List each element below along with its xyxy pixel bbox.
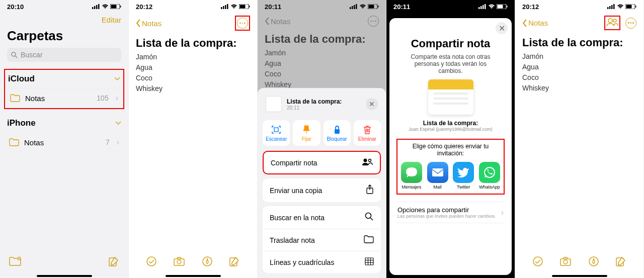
svg-rect-0	[92, 7, 94, 9]
more-button[interactable]	[625, 18, 636, 29]
status-bar: 20:11	[386, 0, 515, 12]
back-button[interactable]: Notas	[136, 19, 162, 28]
svg-point-37	[366, 213, 371, 219]
twitter-icon	[453, 162, 474, 183]
pin-button[interactable]: Fijar	[293, 120, 320, 146]
move-item[interactable]: Trasladar nota	[263, 229, 381, 251]
chevron-down-icon	[114, 77, 120, 81]
svg-rect-55	[611, 5, 613, 9]
scan-button[interactable]: Escanear	[263, 120, 290, 146]
battery-icon	[625, 3, 636, 11]
share-whatsapp[interactable]: WhatsApp	[478, 162, 501, 190]
note-body[interactable]: Jamón Agua Coco Whiskey	[136, 52, 250, 94]
status-icons	[221, 3, 250, 11]
wifi-icon	[230, 3, 237, 11]
battery-icon	[497, 3, 508, 11]
status-time: 20:11	[393, 3, 410, 11]
svg-rect-39	[365, 258, 373, 265]
lines-item[interactable]: Líneas y cuadrículas	[263, 251, 381, 273]
checklist-icon[interactable]	[532, 256, 543, 269]
svg-point-23	[203, 257, 212, 266]
whatsapp-icon	[479, 162, 500, 183]
home-indicator	[37, 275, 92, 277]
more-button[interactable]	[237, 18, 248, 29]
camera-icon[interactable]	[559, 256, 572, 268]
wifi-icon	[617, 3, 624, 11]
folder-iphone-notas[interactable]: Notas 7 ›	[7, 132, 121, 152]
svg-rect-54	[609, 6, 611, 9]
shared-note-title: Lista de la compra:	[396, 120, 505, 127]
status-bar: 20:12	[129, 0, 257, 12]
chevron-right-icon: ›	[501, 208, 504, 217]
mail-icon	[427, 162, 448, 183]
scan-icon	[264, 124, 289, 135]
folder-icon	[364, 235, 374, 245]
search-placeholder: Buscar	[21, 51, 43, 59]
svg-line-38	[370, 218, 373, 220]
svg-rect-45	[480, 6, 482, 9]
markup-icon[interactable]	[588, 256, 599, 269]
status-icons	[92, 3, 121, 11]
folder-icon	[10, 94, 20, 102]
svg-rect-16	[227, 4, 228, 9]
page-title: Carpetas	[7, 28, 121, 44]
screen-actionsheet: 20:11 Notas Lista de la compra: JamónAgu…	[258, 0, 386, 278]
bottom-bar	[129, 252, 257, 273]
svg-rect-13	[221, 7, 222, 9]
svg-rect-47	[485, 4, 486, 9]
svg-rect-2	[96, 5, 98, 9]
svg-rect-15	[225, 5, 226, 9]
folder-icon	[9, 138, 19, 146]
trash-icon	[355, 124, 380, 135]
chevron-left-icon	[136, 19, 141, 27]
back-button[interactable]: Notas	[522, 19, 548, 27]
status-bar: 20:12	[515, 0, 643, 12]
status-bar: 20:10	[0, 0, 128, 12]
close-button[interactable]: ✕	[366, 98, 378, 110]
share-messages[interactable]: Mensajes	[400, 162, 423, 190]
note-title[interactable]: Lista de la compra:	[522, 36, 636, 49]
folder-icloud-notas[interactable]: Notas 105 ›	[8, 88, 120, 108]
svg-rect-32	[274, 128, 278, 132]
camera-icon[interactable]	[173, 256, 185, 268]
chevron-right-icon: ›	[116, 94, 118, 103]
send-copy-item[interactable]: Enviar una copia	[263, 178, 381, 202]
svg-rect-59	[635, 6, 636, 8]
svg-point-64	[564, 260, 568, 264]
chevron-right-icon: ›	[117, 138, 119, 147]
edit-button[interactable]: Editar	[102, 16, 121, 24]
svg-point-60	[608, 19, 612, 23]
share-mail[interactable]: Mail	[427, 162, 449, 190]
screen-note-shared: 20:12 Notas Lista de la compra: JamónAgu…	[515, 0, 644, 278]
messages-icon	[401, 162, 422, 183]
share-note-item[interactable]: Compartir nota	[264, 152, 380, 173]
note-body[interactable]: JamónAguaCocoWhiskey	[522, 51, 636, 94]
svg-point-34	[364, 159, 367, 162]
find-item[interactable]: Buscar en la nota	[263, 206, 381, 229]
compose-icon[interactable]	[108, 256, 119, 269]
status-icons	[478, 3, 508, 11]
svg-rect-51	[432, 168, 443, 176]
people-icon	[362, 158, 373, 167]
svg-point-7	[12, 52, 16, 56]
collaborators-button[interactable]	[606, 20, 618, 28]
close-button[interactable]: ✕	[496, 22, 508, 34]
note-thumbnail	[266, 96, 282, 112]
compose-icon[interactable]	[615, 256, 626, 269]
note-title[interactable]: Lista de la compra:	[136, 37, 250, 50]
checklist-icon[interactable]	[146, 256, 157, 269]
markup-icon[interactable]	[202, 256, 213, 269]
battery-icon	[110, 3, 121, 11]
battery-icon	[239, 3, 250, 11]
compose-icon[interactable]	[229, 256, 240, 269]
lock-button[interactable]: Bloquear	[324, 120, 351, 146]
section-iphone[interactable]: iPhone	[7, 114, 121, 132]
search-input[interactable]: Buscar	[7, 48, 121, 62]
share-twitter[interactable]: Twitter	[453, 162, 475, 190]
section-icloud[interactable]: iCloud	[8, 70, 120, 88]
share-options-row[interactable]: Opciones para compartir Las personas que…	[396, 202, 505, 223]
svg-point-20	[147, 257, 156, 266]
invite-label: Elige cómo quieres enviar tu invitación:	[399, 143, 502, 157]
delete-button[interactable]: Eliminar	[354, 120, 381, 146]
new-folder-icon[interactable]	[9, 256, 21, 268]
